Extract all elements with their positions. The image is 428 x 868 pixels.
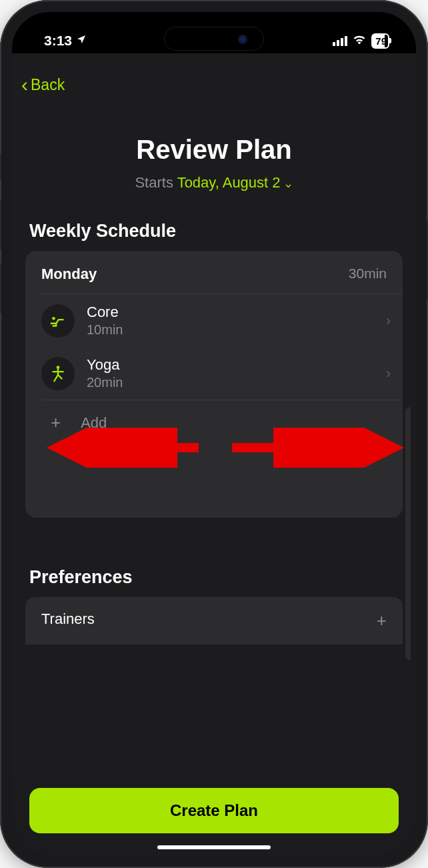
- day-total-duration: 30min: [349, 266, 387, 283]
- dynamic-island: [164, 27, 264, 51]
- workout-text: Yoga 20min: [87, 356, 374, 390]
- bottom-bar: Create Plan: [12, 776, 416, 856]
- trainers-row[interactable]: Trainers +: [25, 597, 403, 644]
- back-label: Back: [31, 76, 65, 94]
- starts-date: Today, August 2: [177, 174, 281, 191]
- workout-row-core[interactable]: Core 10min ›: [25, 294, 403, 347]
- add-label: Add: [81, 414, 107, 432]
- workout-duration: 10min: [87, 322, 374, 338]
- core-icon: [41, 304, 75, 338]
- back-button[interactable]: ‹ Back: [12, 69, 77, 100]
- volume-down-button: [0, 264, 1, 314]
- workout-name: Yoga: [87, 356, 374, 374]
- location-icon: [76, 34, 87, 48]
- workout-text: Core 10min: [87, 304, 374, 338]
- mute-switch: [0, 153, 1, 180]
- status-left: 3:13: [44, 33, 87, 49]
- workout-row-yoga[interactable]: Yoga 20min ›: [25, 347, 403, 400]
- home-indicator[interactable]: [157, 845, 271, 849]
- day-card-header: Monday 30min: [25, 263, 403, 294]
- chevron-down-icon: ⌄: [283, 177, 293, 190]
- screen: 3:13 79 ‹ Back Review Plan Starts Today,: [12, 12, 416, 856]
- day-name: Monday: [41, 266, 97, 283]
- battery-indicator: 79: [371, 33, 389, 49]
- plus-icon: +: [51, 412, 61, 433]
- phone-frame: 3:13 79 ‹ Back Review Plan Starts Today,: [0, 0, 428, 868]
- starts-prefix: Starts: [135, 174, 177, 191]
- status-right: 79: [333, 33, 389, 49]
- chevron-right-icon: ›: [386, 365, 391, 382]
- yoga-icon: [41, 357, 75, 390]
- workout-name: Core: [87, 304, 374, 321]
- chevron-left-icon: ‹: [21, 75, 28, 95]
- cellular-icon: [333, 36, 347, 46]
- chevron-right-icon: ›: [386, 312, 391, 330]
- start-date-selector[interactable]: Starts Today, August 2⌄: [12, 174, 416, 191]
- next-day-card-peek[interactable]: [405, 407, 411, 661]
- volume-up-button: [0, 200, 1, 250]
- workout-duration: 20min: [87, 375, 374, 390]
- plus-icon: +: [377, 610, 387, 631]
- create-plan-button[interactable]: Create Plan: [29, 788, 399, 833]
- weekly-schedule-heading: Weekly Schedule: [12, 191, 416, 251]
- preferences-heading: Preferences: [12, 518, 416, 597]
- add-workout-button[interactable]: + Add: [25, 400, 403, 445]
- day-card[interactable]: Monday 30min Core 10min: [25, 251, 403, 518]
- content-area: ‹ Back Review Plan Starts Today, August …: [12, 53, 416, 856]
- svg-point-0: [52, 316, 55, 320]
- wifi-icon: [353, 34, 366, 48]
- status-time: 3:13: [44, 33, 72, 49]
- page-title: Review Plan: [12, 135, 416, 165]
- trainers-label: Trainers: [41, 610, 95, 631]
